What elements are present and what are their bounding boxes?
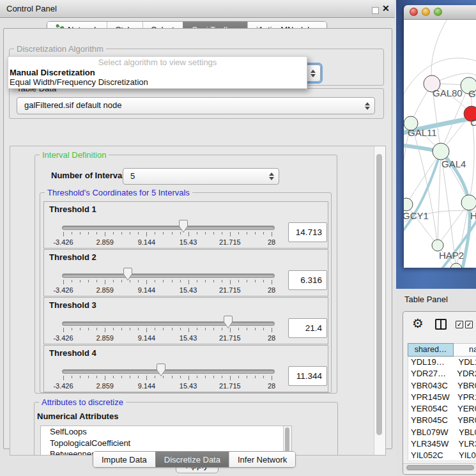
table-panel-section: Table Panel ⚙ ✓ ✓ shared… na YDL19…YDL1Y… [396,289,476,476]
slider-tick-label: 28 [268,238,275,246]
float-window-icon[interactable] [372,7,379,14]
network-node-label: GCY1 [404,210,429,221]
slider-tick-label: 28 [268,334,275,342]
minimize-traffic-light-icon[interactable] [422,8,430,16]
table-row[interactable]: YBR045CYBR0 [408,415,476,427]
algorithm-option[interactable]: Manual Discretization [8,68,307,77]
close-traffic-light-icon[interactable] [410,8,418,16]
slider-thumb[interactable] [223,315,233,329]
settings-scrollbar[interactable] [374,146,385,455]
table-data-combo-value: galFiltered.sif default node [24,98,121,112]
close-icon[interactable]: ✕ [382,3,390,13]
table-row[interactable]: YDR27…YDR2 [408,369,476,380]
network-edge[interactable] [438,151,441,245]
slider-tick-label: 28 [268,286,275,294]
threshold-value-field[interactable]: 6.316 [288,270,327,290]
table-row[interactable]: YLR345WYLR3 [408,439,476,450]
slider-tick-label: 9.144 [138,334,156,342]
table-row[interactable]: YER054CYER0 [408,404,476,415]
threshold-label: Threshold 2 [49,252,96,262]
table-rows: YDL19…YDL1YDR27…YDR2YBR043CYBR0YPR145WYP… [408,357,476,460]
network-view-window: GAL80GCGAL11GAL4GCY1HHAP2 [404,5,476,268]
slider-track[interactable] [62,369,275,374]
cell-name: YBL0 [457,427,476,439]
network-node-GAL4[interactable] [433,143,449,160]
cell-name: YDR2 [455,369,476,380]
table-hscrollbar[interactable] [403,463,476,472]
numerical-attributes-label: Numerical Attributes [37,411,118,421]
slider-tick-label: 21.715 [219,286,241,294]
algorithm-option[interactable]: Equal Width/Frequency Discretization [8,77,307,87]
cell-name: YBR0 [456,381,476,392]
network-edge[interactable] [411,123,438,245]
list-scrollbar-thumb[interactable] [285,427,289,454]
cell-shared-name: YLR345W [408,439,456,450]
slider-track[interactable] [62,226,275,230]
network-node-label: H [470,210,476,221]
table-data-combo[interactable]: galFiltered.sif default node [17,97,375,114]
table-row[interactable]: YIL052CYIL0 [408,450,476,460]
interval-definition-group-title: Interval Definition [40,150,109,160]
column-header-name[interactable]: na [454,343,476,357]
checkbox-icon[interactable]: ✓ [456,321,463,328]
slider-tick-label: 2.859 [96,286,114,294]
table-row[interactable]: YBL079WYBL0 [408,427,476,439]
tab-impute-data[interactable]: Impute Data [93,452,155,467]
network-node-label: C [470,117,476,128]
attribute-item[interactable]: TopologicalCoefficient [41,438,291,449]
threshold-value-field[interactable]: 11.344 [288,366,327,386]
slider-thumb[interactable] [123,267,133,281]
network-node-GCY1[interactable] [404,198,413,211]
network-edge[interactable] [431,20,449,84]
table-panel: ⚙ ✓ ✓ shared… na YDL19…YDL1YDR27…YDR2YBR… [403,311,476,475]
slider-tick-label: 9.144 [138,286,156,294]
slider-tick-label: 15.43 [180,334,197,342]
slider-tick-label: 9.144 [138,382,156,390]
thresholds-group: Threshold's Coordinates for 5 Intervals … [40,192,332,393]
table-row[interactable]: YDL19…YDL1 [408,357,476,369]
threshold-value-field[interactable]: 14.713 [288,222,327,242]
column-header-shared-name[interactable]: shared… [408,343,454,357]
cell-shared-name: YER054C [408,404,456,415]
slider-tick-label: 9.144 [138,238,156,246]
table-row[interactable]: YBR043CYBR0 [408,381,476,392]
threshold-label: Threshold 4 [49,348,96,358]
network-node-label: G [468,88,476,99]
cell-shared-name: YBL079W [408,427,457,439]
gear-icon[interactable]: ⚙ [412,316,424,331]
threshold-value-field[interactable]: 21.4 [288,318,327,338]
tab-label: Discretize Data [164,452,220,467]
combo-arrows-icon [269,173,274,180]
cell-name: YPR1 [456,392,476,404]
slider-tick-label: -3.426 [53,238,73,246]
network-node-label: HAP2 [439,250,464,261]
cell-name: YER0 [456,404,476,415]
cell-name: YDL1 [456,357,476,369]
slider-tick-label: -3.426 [53,382,73,390]
table-panel-title: Table Panel [404,295,448,304]
settings-scrollbar-thumb[interactable] [376,154,382,435]
tab-infer-network[interactable]: Infer Network [229,452,295,467]
table-hscrollbar-thumb[interactable] [406,465,474,470]
number-of-intervals-combo[interactable]: 5 [123,168,279,185]
bottom-tab-bar: Impute DataDiscretize DataInfer Network [93,451,296,468]
attribute-item[interactable]: SelfLoops [41,426,291,438]
tab-discretize-data[interactable]: Discretize Data [155,452,229,467]
slider-thumb[interactable] [178,219,188,233]
number-of-intervals-label: Number of Intervals [51,171,129,180]
slider-tick-label: 15.43 [180,286,197,294]
network-canvas[interactable]: GAL80GCGAL11GAL4GCY1HHAP2 [404,20,476,268]
zoom-traffic-light-icon[interactable] [434,8,442,16]
network-node-H[interactable] [461,195,476,210]
popup-header: Select algorithm to view settings [8,58,307,68]
algorithm-dropdown-popup: Select algorithm to view settings Manual… [8,56,307,89]
columns-icon[interactable] [435,319,447,330]
slider-thumb[interactable] [156,363,166,377]
slider-track[interactable] [62,321,275,326]
checkbox-icon[interactable]: ✓ [465,321,473,328]
threshold-panel-2: Threshold 2-3.4262.8599.14415.4321.71528… [43,249,328,296]
right-panel: GAL80GCGAL11GAL4GCY1HHAP2 Table Panel ⚙ … [396,0,476,476]
table-row[interactable]: YPR145WYPR1 [408,392,476,404]
slider-track[interactable] [62,273,275,278]
table-header-row: shared… na [408,343,476,357]
